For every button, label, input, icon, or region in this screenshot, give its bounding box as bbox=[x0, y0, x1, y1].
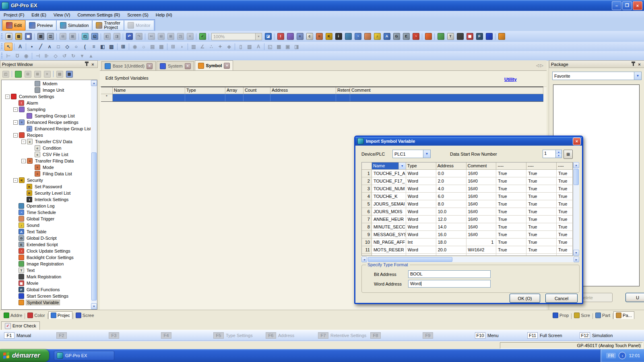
time-schedule-button[interactable]: ◔ bbox=[353, 32, 362, 41]
pin-icon[interactable] bbox=[84, 62, 90, 67]
import-table-row[interactable]: 10NB_PAGE_AFFInt18.01TrueTrueTrue bbox=[362, 239, 573, 246]
tab-base-1-untitled[interactable]: Base 1(Untitled)× bbox=[101, 61, 156, 70]
extended-script-button[interactable]: E bbox=[402, 32, 411, 41]
dialog-title-bar[interactable]: Import Symbol Variable × bbox=[355, 137, 582, 146]
polyline-tool-button[interactable]: ʌ bbox=[45, 43, 54, 51]
column-header-name[interactable]: Name bbox=[113, 87, 185, 94]
column-header-dash-5[interactable]: ---- bbox=[526, 162, 557, 170]
collapse-icon[interactable]: − bbox=[21, 159, 26, 163]
column-header-name[interactable]: Name bbox=[372, 162, 399, 170]
cancel-button[interactable]: Cancel bbox=[545, 294, 578, 303]
column-header-count[interactable]: Count bbox=[244, 87, 270, 94]
close-tab-icon[interactable]: × bbox=[185, 63, 191, 69]
mode-button-simulation[interactable]: Simulation bbox=[56, 20, 92, 31]
image-part-button[interactable]: ◨ bbox=[293, 43, 301, 51]
row-number-spinner[interactable]: 1 ▲▼ bbox=[543, 150, 562, 158]
tree-item-condition[interactable]: cCondition bbox=[2, 145, 91, 151]
arrow-part-button[interactable]: ◗ bbox=[178, 43, 186, 51]
mark-registration-button[interactable] bbox=[456, 32, 464, 41]
line-tool-button[interactable]: ╱ bbox=[37, 43, 45, 51]
video-part-button[interactable]: ▣ bbox=[284, 43, 292, 51]
tree-item-global-d-script[interactable]: GGlobal D-Script bbox=[2, 235, 91, 241]
new-symbol-row[interactable]: * bbox=[101, 94, 543, 102]
column-header-address[interactable]: Address bbox=[436, 162, 466, 170]
language-indicator[interactable]: FR bbox=[606, 353, 616, 358]
panel-tab-part[interactable]: Part bbox=[593, 311, 612, 319]
pin-icon[interactable] bbox=[630, 62, 636, 67]
bit-address-input[interactable]: BOOL bbox=[408, 270, 491, 278]
close-tab-icon[interactable]: × bbox=[147, 63, 153, 69]
close-panel-icon[interactable]: × bbox=[90, 62, 96, 67]
symbol-variable-button[interactable] bbox=[497, 32, 506, 41]
global-functions-button[interactable]: F bbox=[475, 32, 484, 41]
tree-item-set-password[interactable]: KSet Password bbox=[2, 183, 91, 190]
column-header-comment[interactable]: Comment bbox=[466, 162, 497, 170]
zoom-level-select[interactable]: 100%▼ bbox=[211, 33, 262, 40]
tree-item-image-registration[interactable]: Image Registration bbox=[2, 261, 91, 267]
tree-item-csv-file-list[interactable]: cCSV File List bbox=[2, 151, 91, 158]
menu-view-v[interactable]: View (V) bbox=[50, 12, 74, 18]
import-table-row[interactable]: 8MINUTE_SECCWord14.016#0TrueTrueTrue bbox=[362, 223, 573, 231]
align-mid-button[interactable]: ⊪ bbox=[43, 52, 51, 60]
panel-tab-color[interactable]: Color bbox=[25, 311, 47, 319]
tab-system[interactable]: System× bbox=[157, 61, 194, 70]
taskbar-task-gp-pro-ex[interactable]: GP-Pro EX bbox=[54, 351, 114, 360]
scroll-up-icon[interactable]: ▲ bbox=[573, 162, 579, 168]
new-screen-button[interactable]: ◰ bbox=[1, 70, 10, 78]
panel-tab-scre[interactable]: Scre bbox=[572, 311, 592, 319]
tree-item-common-settings[interactable]: −Common Settings bbox=[2, 93, 91, 100]
column-header-type[interactable]: Type bbox=[406, 162, 436, 170]
import-table-row[interactable]: 1TOUCHE_F1_AWord0.016#0TrueTrueTrue bbox=[362, 170, 573, 177]
tree-item-modem[interactable]: Modem bbox=[2, 80, 91, 87]
scroll-down-icon[interactable]: ▼ bbox=[573, 250, 579, 256]
import-table-row[interactable]: 2TOUCHE_F17_Word2.016#0TrueTrueTrue bbox=[362, 177, 573, 185]
tree-item-mode[interactable]: ≡Mode bbox=[2, 164, 91, 171]
new-screen-button[interactable]: ◰ bbox=[80, 32, 89, 41]
image-registration-button[interactable] bbox=[436, 32, 445, 41]
paste-button[interactable]: ⊞ bbox=[166, 32, 175, 41]
collapse-icon[interactable]: − bbox=[5, 95, 10, 99]
undo-button[interactable]: ↶ bbox=[125, 32, 134, 41]
film-part-button[interactable]: ▩ bbox=[275, 43, 283, 51]
tree-item-sampling-group-list[interactable]: Sampling Group List bbox=[2, 113, 91, 119]
edit-pencil-button[interactable] bbox=[14, 70, 23, 78]
tree-item-symbol-variable[interactable]: Symbol Variable bbox=[2, 299, 91, 306]
global-trigger-button[interactable] bbox=[363, 32, 372, 41]
new-project-button[interactable]: ▤ bbox=[4, 32, 13, 41]
line-graph-button[interactable]: ∠ bbox=[198, 43, 206, 51]
panel-tab-projec[interactable]: Projec bbox=[48, 311, 72, 319]
csv-data-button[interactable]: c bbox=[305, 32, 314, 41]
column-header-address[interactable]: Address bbox=[270, 87, 336, 94]
chevron-down-icon[interactable]: ▼ bbox=[423, 150, 430, 158]
utility-link[interactable]: Utility bbox=[504, 77, 517, 82]
rotate-left-button[interactable]: ↺ bbox=[60, 52, 68, 60]
textbox-part-button[interactable]: A bbox=[254, 43, 262, 51]
import-table-row[interactable]: 9MESSAGE_SYSWord16.016#0TrueTrueTrue bbox=[362, 231, 573, 239]
tree-item-text[interactable]: TText bbox=[2, 267, 91, 274]
group-up-button[interactable]: ▲ bbox=[87, 52, 95, 60]
switch-part-button[interactable]: ◉ bbox=[131, 43, 139, 51]
print-button[interactable]: ▥ bbox=[36, 32, 45, 41]
tree-item-time-schedule[interactable]: ◔Time Schedule bbox=[2, 209, 91, 216]
word-address-input[interactable]: Word bbox=[408, 280, 491, 288]
scroll-right-icon[interactable]: ► bbox=[574, 257, 579, 262]
tree-item-security-level-list[interactable]: KSecurity Level List bbox=[2, 190, 91, 196]
dot-tool-button[interactable]: • bbox=[28, 43, 36, 51]
tree-item-enhanced-recipe-settings[interactable]: −≡Enhanced Recipe settings bbox=[2, 119, 91, 125]
part-states-button[interactable]: ⊢ bbox=[4, 52, 12, 60]
mode-button-edit[interactable]: Edit bbox=[2, 20, 25, 31]
dialog-v-scrollbar[interactable]: ▲ ▼ bbox=[573, 162, 579, 256]
tree-item-extended-script[interactable]: EExtended Script bbox=[2, 241, 91, 248]
package-update-button[interactable]: U bbox=[625, 293, 644, 302]
dialog-h-thumb[interactable] bbox=[368, 257, 452, 262]
tree-item-transfer-filing-data[interactable]: −≡Transfer Filing Data bbox=[2, 158, 91, 164]
close-tab-icon[interactable]: × bbox=[224, 63, 230, 69]
column-header-comment[interactable]: Comment bbox=[350, 87, 543, 94]
arc-tool-button[interactable]: ( bbox=[81, 43, 89, 51]
paste-button[interactable]: ⊞ bbox=[33, 70, 42, 78]
clock-update-button[interactable]: ◔ bbox=[411, 32, 420, 41]
column-header-array[interactable]: Array bbox=[225, 87, 244, 94]
open-project-button[interactable]: ▨ bbox=[14, 32, 23, 41]
column-header-dash-4[interactable]: ---- bbox=[496, 162, 526, 170]
tree-item-sampling[interactable]: −Sampling bbox=[2, 106, 91, 113]
